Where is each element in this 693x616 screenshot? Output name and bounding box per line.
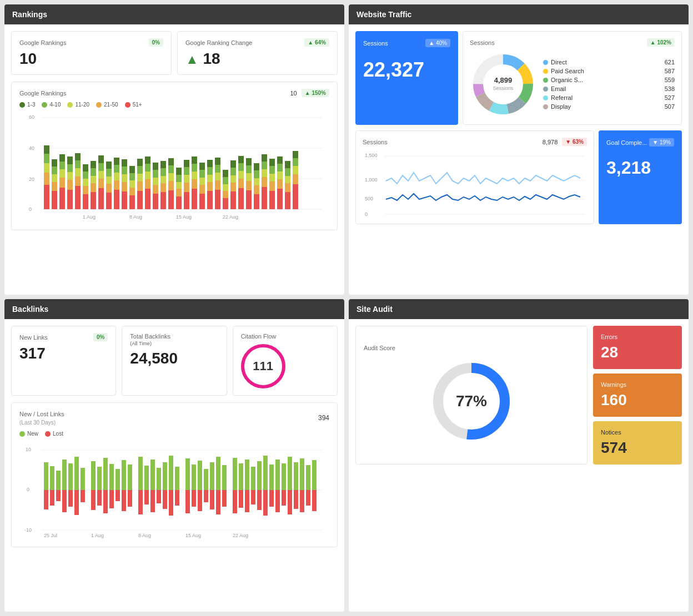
svg-rect-162 (277, 156, 283, 164)
svg-rect-239 (157, 468, 161, 490)
svg-rect-103 (192, 189, 197, 209)
svg-rect-169 (293, 174, 298, 184)
new-links-value: 317 (19, 345, 108, 362)
svg-rect-166 (285, 168, 290, 176)
svg-rect-85 (160, 176, 166, 183)
backlinks-chart-title: New / Lost Links (19, 411, 64, 417)
svg-text:8 Aug: 8 Aug (129, 214, 142, 220)
svg-rect-143 (254, 194, 259, 209)
svg-rect-128 (230, 191, 236, 209)
svg-rect-68 (137, 191, 143, 209)
svg-rect-57 (114, 158, 119, 165)
svg-rect-146 (254, 170, 259, 178)
svg-rect-213 (68, 463, 73, 490)
backlinks-section: Backlinks New Links 0% 317 Total Backlin… (4, 299, 344, 612)
svg-rect-268 (251, 490, 255, 504)
svg-rect-165 (285, 176, 290, 183)
svg-rect-228 (116, 490, 120, 501)
svg-text:10: 10 (26, 447, 31, 452)
svg-rect-90 (168, 173, 174, 181)
svg-text:60: 60 (29, 114, 34, 120)
svg-rect-254 (204, 490, 208, 502)
svg-rect-62 (122, 159, 127, 166)
svg-rect-86 (160, 168, 166, 176)
svg-rect-245 (175, 467, 179, 490)
svg-rect-106 (192, 164, 197, 171)
warnings-card: Warnings 160 (593, 373, 682, 417)
svg-rect-241 (163, 462, 167, 490)
svg-rect-215 (74, 457, 79, 490)
svg-rect-287 (312, 460, 317, 490)
svg-rect-117 (207, 160, 213, 167)
svg-rect-279 (288, 457, 292, 490)
citation-flow-label: Citation Flow (241, 333, 277, 340)
svg-rect-220 (91, 490, 96, 510)
svg-rect-271 (263, 456, 268, 490)
google-ranking-change-card: Google Ranking Change ▲ 64% ▲ 18 (177, 31, 338, 75)
rankings-chart-value: 10 (290, 90, 297, 97)
site-audit-section: Site Audit Audit Score 77% (349, 299, 689, 612)
svg-rect-43 (98, 188, 104, 209)
svg-rect-218 (81, 490, 85, 502)
goal-label: Goal Comple... (606, 139, 647, 146)
svg-rect-236 (144, 490, 149, 504)
svg-rect-164 (285, 183, 290, 192)
svg-text:4,899: 4,899 (494, 76, 513, 84)
svg-rect-24 (67, 180, 73, 190)
svg-rect-69 (137, 181, 143, 191)
svg-rect-246 (175, 490, 179, 506)
svg-rect-277 (282, 463, 286, 490)
svg-rect-171 (293, 158, 298, 166)
svg-rect-211 (62, 460, 67, 490)
svg-text:15 Aug: 15 Aug (185, 533, 201, 538)
svg-rect-272 (263, 490, 268, 516)
svg-rect-94 (176, 189, 182, 196)
errors-label: Errors (601, 334, 674, 340)
svg-rect-70 (137, 174, 143, 181)
svg-rect-157 (269, 159, 275, 166)
svg-rect-122 (215, 158, 220, 165)
svg-rect-230 (122, 490, 126, 511)
svg-rect-83 (160, 192, 166, 209)
svg-rect-52 (106, 161, 112, 169)
svg-rect-44 (98, 179, 104, 188)
total-backlinks-label: Total Backlinks (All Time) (130, 333, 170, 346)
svg-rect-78 (153, 194, 158, 209)
svg-rect-45 (98, 171, 104, 179)
svg-rect-163 (285, 192, 290, 209)
svg-rect-81 (153, 170, 158, 178)
goal-card: Goal Comple... ▼ 19% 3,218 (599, 130, 682, 224)
svg-rect-137 (238, 156, 244, 163)
new-links-card: New Links 0% 317 (11, 326, 116, 396)
rankings-chart-badge: ▲ 150% (302, 89, 329, 97)
goal-badge: ▼ 19% (649, 138, 674, 147)
traffic-section: Website Traffic Sessions ▲ 40% 22,327 Se… (349, 4, 689, 295)
rankings-chart-title: Google Rankings (19, 90, 66, 97)
rankings-chart-card: Google Rankings 10 ▲ 150% 1-3 4-10 11-20… (11, 82, 338, 230)
svg-rect-79 (153, 185, 158, 194)
svg-rect-11 (44, 154, 49, 163)
svg-rect-53 (114, 190, 119, 209)
audit-donut: 77% (427, 357, 516, 446)
svg-rect-101 (184, 167, 189, 175)
svg-rect-46 (98, 163, 104, 171)
svg-rect-125 (223, 184, 228, 191)
backlinks-header: Backlinks (4, 299, 344, 319)
warnings-value: 160 (601, 391, 674, 409)
svg-rect-244 (169, 490, 173, 516)
svg-rect-229 (122, 460, 126, 490)
svg-rect-10 (44, 163, 49, 173)
svg-rect-147 (254, 163, 259, 170)
svg-rect-13 (52, 191, 57, 209)
svg-rect-36 (83, 171, 88, 179)
svg-rect-282 (294, 490, 298, 509)
audit-score-value: 77% (456, 392, 487, 410)
svg-text:40: 40 (29, 145, 34, 151)
svg-text:25 Jul: 25 Jul (44, 533, 57, 538)
svg-rect-51 (106, 169, 112, 176)
svg-rect-95 (176, 182, 182, 189)
svg-rect-15 (52, 174, 57, 182)
svg-rect-26 (67, 164, 73, 172)
svg-text:20: 20 (29, 176, 34, 182)
svg-rect-39 (91, 183, 96, 192)
